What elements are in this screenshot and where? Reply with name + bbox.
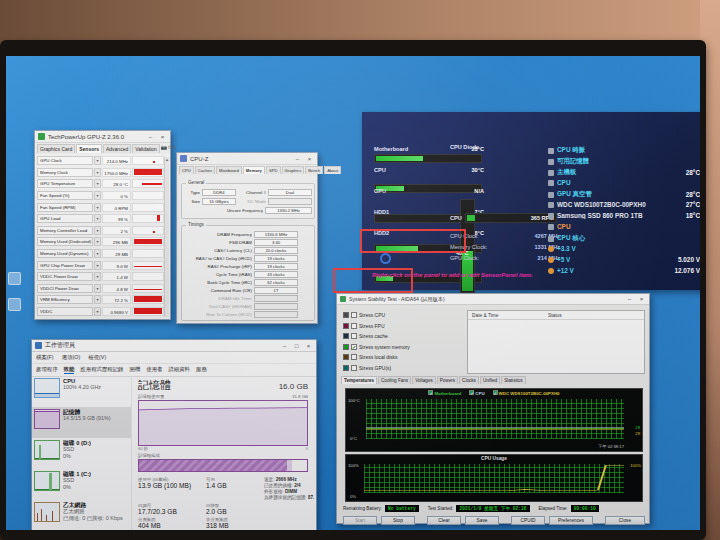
sidebar-item-disk1[interactable]: 磁碟 1 (C:)SSD0% xyxy=(32,469,131,500)
chevron-down-icon[interactable]: ▾ xyxy=(94,156,101,165)
tab-graphics-card[interactable]: Graphics Card xyxy=(37,144,75,153)
stress-option[interactable]: Stress local disks xyxy=(343,352,465,363)
chevron-down-icon[interactable]: ▾ xyxy=(94,214,101,223)
stop-button[interactable]: Stop xyxy=(381,516,415,525)
minimize-icon[interactable]: – xyxy=(280,343,289,349)
tab-mainboard[interactable]: Mainboard xyxy=(216,166,242,174)
tab-sensors[interactable]: Sensors xyxy=(76,144,102,153)
chevron-down-icon[interactable]: ▾ xyxy=(94,272,101,281)
sensor-sparkline xyxy=(132,261,164,270)
tab-cpu[interactable]: CPU xyxy=(179,166,194,174)
chevron-down-icon[interactable]: ▾ xyxy=(94,261,101,270)
sidebar-item-disk0[interactable]: 磁碟 0 (D:)SSD0% xyxy=(32,438,131,469)
chevron-down-icon[interactable]: ▾ xyxy=(94,249,101,258)
minimize-icon[interactable]: – xyxy=(146,134,155,140)
stress-option[interactable]: ✓Stress system memory xyxy=(343,342,465,353)
tab-unified[interactable]: Unified xyxy=(480,376,500,384)
close-icon[interactable]: × xyxy=(304,343,313,349)
gpuz-titlebar[interactable]: TechPowerUp GPU-Z 2.36.0 – × xyxy=(35,131,170,143)
tab-startup[interactable]: 開機 xyxy=(129,366,140,374)
clear-button[interactable]: Clear xyxy=(427,516,461,525)
tab-details[interactable]: 詳細資料 xyxy=(168,366,190,374)
sidebar-item-ethernet[interactable]: 乙太網路乙太網路已傳送: 0 已接收: 0 Kbps xyxy=(32,500,131,530)
stress-option[interactable]: Stress cache xyxy=(343,331,465,342)
checkbox-unchecked-icon[interactable] xyxy=(351,333,357,339)
checkbox-checked-icon[interactable]: ✓ xyxy=(469,390,474,395)
start-button[interactable]: Start xyxy=(343,516,377,525)
menu-options[interactable]: 選項(O) xyxy=(62,354,81,361)
maximize-icon[interactable]: □ xyxy=(292,343,301,349)
composition-label: 記憶體組成 xyxy=(134,451,314,458)
cpuz-titlebar[interactable]: CPU-Z – × xyxy=(177,153,317,165)
tab-memory[interactable]: Memory xyxy=(243,166,265,174)
tab-caches[interactable]: Caches xyxy=(195,166,215,174)
refresh-icon[interactable]: ⟳ xyxy=(168,144,172,153)
tab-validation[interactable]: Validation xyxy=(132,144,160,153)
sensor-row: VDDCI Power Draw▾4.8 W xyxy=(37,283,164,295)
chevron-down-icon[interactable]: ▾ xyxy=(94,203,101,212)
checkbox-checked-icon[interactable]: ✓ xyxy=(428,390,433,395)
save-button[interactable]: Save xyxy=(465,516,499,525)
tab-users[interactable]: 使用者 xyxy=(146,366,162,374)
chevron-down-icon[interactable]: ▾ xyxy=(94,168,101,177)
chevron-down-icon[interactable]: ▾ xyxy=(94,179,101,188)
sidebar-item-cpu[interactable]: CPU100% 4.20 GHz xyxy=(32,376,131,407)
preferences-button[interactable]: Preferences xyxy=(549,516,593,525)
desktop-icon[interactable] xyxy=(8,298,21,311)
tab-graphics[interactable]: Graphics xyxy=(282,166,305,174)
stress-option[interactable]: Stress FPU xyxy=(343,321,465,332)
minimize-icon[interactable]: – xyxy=(625,296,634,302)
chevron-down-icon[interactable]: ▾ xyxy=(94,284,101,293)
chevron-down-icon[interactable]: ▾ xyxy=(94,295,101,304)
menu-icon[interactable]: ≡ xyxy=(173,144,176,153)
column-date-time[interactable]: Date & Time xyxy=(468,313,548,318)
chevron-down-icon[interactable]: ▾ xyxy=(94,226,101,235)
tab-bench[interactable]: Bench xyxy=(305,166,323,174)
tab-advanced[interactable]: Advanced xyxy=(103,144,131,153)
chevron-down-icon[interactable]: ▾ xyxy=(94,191,101,200)
menu-file[interactable]: 檔案(F) xyxy=(36,354,54,361)
sensor-row: GPU Load▾99 % xyxy=(37,213,164,225)
tab-powers[interactable]: Powers xyxy=(437,376,458,384)
checkbox-checked-icon[interactable]: ✓ xyxy=(351,344,357,350)
desktop-icon[interactable] xyxy=(8,272,21,285)
y-min-label: 0°C xyxy=(350,436,357,441)
current-temp-b: 29 xyxy=(635,431,640,436)
tab-clocks[interactable]: Clocks xyxy=(459,376,479,384)
camera-icon[interactable]: 📷 xyxy=(161,144,167,153)
sidebar-item-memory[interactable]: 記憶體14.5/15.9 GB (91%) xyxy=(32,407,131,438)
close-icon[interactable]: × xyxy=(158,134,167,140)
tab-temperatures[interactable]: Temperatures xyxy=(341,376,377,384)
column-status[interactable]: Status xyxy=(548,313,644,318)
close-button[interactable]: Close xyxy=(605,516,645,525)
checkbox-unchecked-icon[interactable] xyxy=(351,312,357,318)
legend-swatch xyxy=(343,354,349,360)
scrollbar[interactable]: ▲ xyxy=(164,157,169,317)
memory-icon xyxy=(548,159,554,165)
tab-app-history[interactable]: 應用程式歷程記錄 xyxy=(80,366,123,374)
tab-about[interactable]: About xyxy=(324,166,341,174)
checkbox-unchecked-icon[interactable] xyxy=(351,365,357,371)
tab-voltages[interactable]: Voltages xyxy=(412,376,436,384)
cpuid-button[interactable]: CPUID xyxy=(511,516,545,525)
stability-titlebar[interactable]: System Stability Test - AIDA64 (試用版本) – … xyxy=(337,294,649,305)
close-icon[interactable]: × xyxy=(637,296,646,302)
task-manager-titlebar[interactable]: 工作管理員 – □ × xyxy=(32,340,316,352)
chevron-down-icon[interactable]: ▾ xyxy=(94,307,101,316)
chevron-down-icon[interactable]: ▾ xyxy=(94,237,101,246)
minimize-icon[interactable]: – xyxy=(293,156,302,162)
close-icon[interactable]: × xyxy=(305,156,314,162)
tab-cooling-fans[interactable]: Cooling Fans xyxy=(378,376,411,384)
tab-services[interactable]: 服務 xyxy=(196,366,207,374)
tab-statistics[interactable]: Statistics xyxy=(501,376,525,384)
tab-performance[interactable]: 效能 xyxy=(64,366,75,374)
stress-option[interactable]: Stress CPU xyxy=(343,310,465,321)
checkbox-unchecked-icon[interactable] xyxy=(351,323,357,329)
stress-option[interactable]: Stress GPU(s) xyxy=(343,363,465,374)
memory-stat: 分頁集區404 MB xyxy=(138,517,200,529)
tab-processes[interactable]: 處理程序 xyxy=(36,366,58,374)
menu-view[interactable]: 檢視(V) xyxy=(88,354,106,361)
checkbox-checked-icon[interactable]: ✓ xyxy=(493,390,498,395)
tab-spd[interactable]: SPD xyxy=(266,166,281,174)
checkbox-unchecked-icon[interactable] xyxy=(351,354,357,360)
